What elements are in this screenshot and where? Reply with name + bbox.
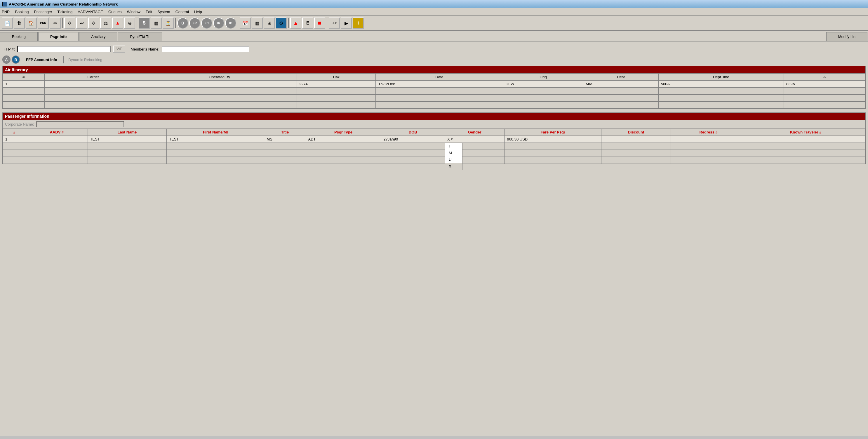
psgr-empty-row-1 <box>3 143 865 150</box>
gender-dropdown[interactable]: F M U X <box>445 143 462 170</box>
sub-tab-a[interactable]: A <box>2 56 10 64</box>
separator-6 <box>327 18 327 28</box>
menu-booking[interactable]: Booking <box>15 10 29 14</box>
grid-button[interactable]: ▦ <box>252 18 263 29</box>
new-button[interactable]: 📄 <box>2 18 13 29</box>
edit-button[interactable]: ✏ <box>50 18 61 29</box>
menu-pnr[interactable]: PNR <box>2 10 10 14</box>
title-bar-text: AACoRN: American Airlines Customer Relat… <box>9 2 118 6</box>
menu-aadvantage[interactable]: AADVANTAGE <box>78 10 103 14</box>
menu-window[interactable]: Window <box>127 10 141 14</box>
col-operated-by: Operated By <box>142 74 297 81</box>
settings-button[interactable]: ⚙ <box>276 18 287 29</box>
title-bar: AACoRN: American Airlines Customer Relat… <box>0 0 868 8</box>
ic-button[interactable]: IC <box>225 18 236 29</box>
stop-button[interactable]: ⏹ <box>314 18 325 29</box>
table-button[interactable]: ⊞ <box>264 18 275 29</box>
passenger-row: 1 TEST TEST MS ADT 27Jan90 X ▼ F <box>3 136 865 143</box>
menu-system[interactable]: System <box>157 10 170 14</box>
ffp-button[interactable]: FFP <box>329 18 340 29</box>
psgr-title: MS <box>264 136 306 143</box>
empty-row-1 <box>3 88 865 95</box>
psgr-dob: 27Jan90 <box>381 136 445 143</box>
calendar-button[interactable]: 📅 <box>240 18 251 29</box>
app-icon <box>2 2 7 6</box>
psgr-col-num: # <box>3 129 26 136</box>
layers-button[interactable]: ▦ <box>151 18 162 29</box>
row-num: 1 <box>3 81 45 88</box>
psgr-col-title: Title <box>264 129 306 136</box>
menu-passenger[interactable]: Passenger <box>34 10 52 14</box>
home-button[interactable]: 🏠 <box>26 18 37 29</box>
menu-bar: PNR Booking Passenger Ticketing AADVANTA… <box>0 8 868 16</box>
menu-queues[interactable]: Queues <box>108 10 122 14</box>
q-button[interactable]: Q <box>177 18 188 29</box>
checkin1-button[interactable]: ✈ <box>64 18 75 29</box>
air-itinerary-section: Air Itinerary # Carrier Operated By Flt#… <box>2 66 866 109</box>
member-label: Member's Name: <box>130 47 159 51</box>
gender-option-f[interactable]: F <box>445 143 462 150</box>
ec-button[interactable]: EC <box>201 18 212 29</box>
psgr-empty-row-2 <box>3 150 865 157</box>
delete-button[interactable]: 🗑 <box>14 18 25 29</box>
sub-tab-b[interactable]: B <box>12 56 20 64</box>
gender-option-m[interactable]: M <box>445 150 462 156</box>
empty-row-3 <box>3 101 865 109</box>
split-button[interactable]: ⊕ <box>124 18 135 29</box>
hourglass-button[interactable]: ⏳ <box>163 18 174 29</box>
row-flt-num: 2274 <box>297 81 375 88</box>
dollar-button[interactable]: $ <box>139 18 150 29</box>
info-button[interactable]: i <box>353 18 364 29</box>
tab-booking[interactable]: Booking <box>0 32 38 41</box>
psgr-fare: 960.30 USD <box>504 136 601 143</box>
menu-general[interactable]: General <box>176 10 189 14</box>
ffp-row: FFP #: VIT Member's Name: <box>2 44 866 54</box>
gender-option-u[interactable]: U <box>445 156 462 163</box>
separator-4 <box>238 18 238 28</box>
gender-dropdown-arrow[interactable]: ▼ <box>451 138 454 141</box>
menu-edit[interactable]: Edit <box>146 10 152 14</box>
balance-button[interactable]: ⚖ <box>100 18 111 29</box>
psgr-col-last-name: Last Name <box>88 129 166 136</box>
psgr-first-name: TEST <box>167 136 264 143</box>
row-operated-by <box>142 81 297 88</box>
gender-option-x[interactable]: X <box>445 163 462 170</box>
warning-button[interactable]: ▲ <box>290 18 301 29</box>
monitor-button[interactable]: 🖥 <box>302 18 313 29</box>
tab-modify[interactable]: Modify Itin <box>826 32 867 41</box>
pnr-button[interactable]: PNR <box>38 18 49 29</box>
tab-pymt-tkt[interactable]: Pymt/Tkt TL <box>118 32 162 41</box>
col-carrier: Carrier <box>44 74 142 81</box>
vit-button[interactable]: VIT <box>113 46 126 53</box>
checkin2-button[interactable]: ↩ <box>76 18 87 29</box>
corporate-input[interactable] <box>36 121 124 127</box>
menu-help[interactable]: Help <box>194 10 202 14</box>
passenger-header-row: # AADV # Last Name First Name/MI Title P… <box>3 129 865 136</box>
passenger-info-header: Passenger Information <box>3 113 865 120</box>
plane-button[interactable]: ✈ <box>88 18 99 29</box>
psgr-redress <box>671 136 746 143</box>
psgr-col-discount: Discount <box>601 129 671 136</box>
er-button[interactable]: ER <box>189 18 200 29</box>
ffp-input[interactable] <box>17 46 111 52</box>
sub-tab-dynamic-rebooking[interactable]: Dynamic Rebooking <box>63 56 107 63</box>
air-itinerary-table: # Carrier Operated By Flt# Date Orig Des… <box>3 73 865 109</box>
arrow-button[interactable]: ▶ <box>341 18 352 29</box>
member-input[interactable] <box>162 46 249 52</box>
tab-ancillary[interactable]: Ancillary <box>79 32 117 41</box>
sub-tab-ffp-account[interactable]: FFP Account Info <box>21 56 62 63</box>
content-area: FFP #: VIT Member's Name: A B FFP Accoun… <box>0 41 868 436</box>
psgr-gender-cell[interactable]: X ▼ F M U X <box>445 136 504 143</box>
psgr-col-first-name: First Name/MI <box>167 129 264 136</box>
separator-1 <box>62 18 63 28</box>
toolbar: 📄 🗑 🏠 PNR ✏ ✈ ↩ ✈ ⚖ ▲ ⊕ $ ▦ ⏳ Q ER EC IR… <box>0 16 868 31</box>
flag-button[interactable]: ▲ <box>112 18 123 29</box>
row-arr-time: 839A <box>784 81 865 88</box>
psgr-discount <box>601 136 671 143</box>
corporate-name-row: Corporate Name: <box>3 120 865 128</box>
ir-button[interactable]: IR <box>213 18 224 29</box>
main-tabs: Booking Psgr Info Ancillary Pymt/Tkt TL … <box>0 31 868 41</box>
tab-psgr-info[interactable]: Psgr Info <box>38 32 79 41</box>
row-carrier <box>44 81 142 88</box>
menu-ticketing[interactable]: Ticketing <box>58 10 73 14</box>
